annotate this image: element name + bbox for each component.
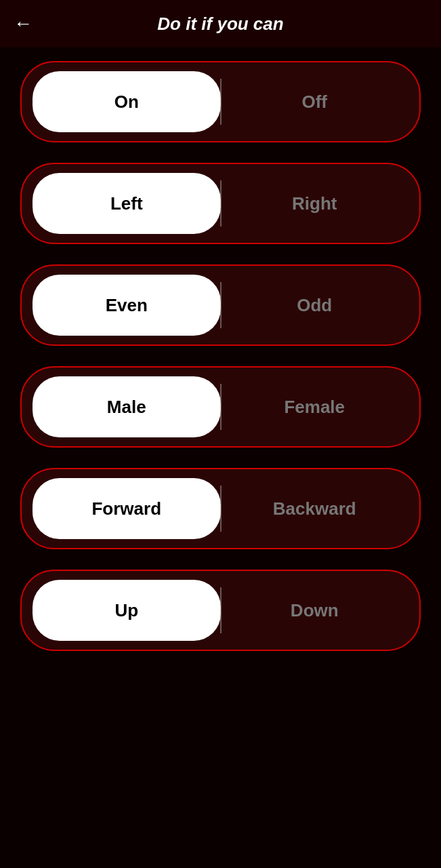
toggle-group-even-odd: EvenOdd [20,264,421,346]
toggle-group-male-female: MaleFemale [20,366,421,448]
toggle-group-on-off: OnOff [20,61,421,142]
toggle-left-up-down[interactable]: Up [33,580,221,641]
toggle-right-left-right[interactable]: Right [221,173,409,234]
back-button[interactable]: ← [14,13,33,35]
toggle-right-on-off[interactable]: Off [221,71,409,132]
divider-male-female [220,384,221,430]
toggle-group-up-down: UpDown [20,570,421,651]
toggle-right-male-female[interactable]: Female [221,376,409,437]
divider-on-off [220,79,221,125]
toggle-group-left-right: LeftRight [20,163,421,244]
toggle-left-forward-backward[interactable]: Forward [33,478,221,539]
toggle-left-on-off[interactable]: On [33,71,221,132]
content: OnOffLeftRightEvenOddMaleFemaleForwardBa… [0,47,441,665]
toggle-right-even-odd[interactable]: Odd [221,275,409,336]
toggle-left-left-right[interactable]: Left [33,173,221,234]
toggle-left-even-odd[interactable]: Even [33,275,221,336]
divider-up-down [220,587,221,633]
toggle-right-forward-backward[interactable]: Backward [221,478,409,539]
divider-even-odd [220,282,221,328]
header: ← Do it if you can [0,0,441,47]
header-title: Do it if you can [157,14,283,35]
toggle-left-male-female[interactable]: Male [33,376,221,437]
toggle-group-forward-backward: ForwardBackward [20,468,421,549]
divider-forward-backward [220,486,221,532]
divider-left-right [220,180,221,226]
toggle-right-up-down[interactable]: Down [221,580,409,641]
